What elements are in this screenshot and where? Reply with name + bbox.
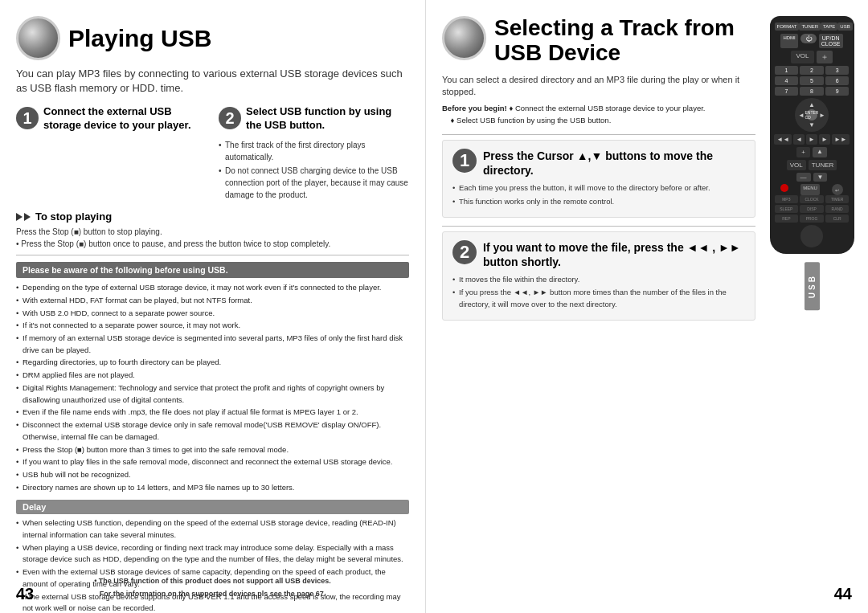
remote-vol-up-btn[interactable]: ＋ xyxy=(817,51,833,63)
warn-item-3: With USB 2.0 HDD, connect to a separate … xyxy=(16,308,409,320)
remote-tuner-btn[interactable]: TUNER xyxy=(799,22,821,31)
footer-note2-text: For the information on the supported dev… xyxy=(100,590,326,598)
remote-btn-6[interactable]: 6 xyxy=(825,76,850,85)
warn-item-9: Even if the file name ends with .mp3, th… xyxy=(16,407,409,419)
remote-btn-8[interactable]: 8 xyxy=(800,87,824,96)
right-step1-number: 1 xyxy=(452,149,477,173)
chevron1-icon xyxy=(16,213,23,221)
dpad-up-icon[interactable]: ▲ xyxy=(809,101,815,108)
dpad-center-btn[interactable]: ENTERCD xyxy=(806,109,817,121)
remote-format-btn[interactable]: FORMAT xyxy=(775,22,800,31)
remote-music-btn[interactable]: + xyxy=(796,147,810,157)
stop-icon xyxy=(16,213,31,221)
remote-power-btn[interactable]: ⏻ xyxy=(800,34,817,43)
remote-extra-row: MENU ↩ xyxy=(775,184,850,195)
before-begin-label: Before you begin! xyxy=(442,104,507,112)
step1-text: Connect the external USB storage device … xyxy=(43,105,207,133)
dpad-right-icon[interactable]: ► xyxy=(819,112,825,119)
delay-item-1: When selecting USB function, depending o… xyxy=(16,517,409,541)
remote-clear-btn[interactable]: CLR xyxy=(825,215,850,223)
remote-arrow-up-btn[interactable]: ▲ xyxy=(813,147,827,157)
stop-playing-box: To stop playing Press the Stop (■) butto… xyxy=(16,210,409,250)
step2-header: 2 Select USB function by using the USB b… xyxy=(219,105,409,133)
remote-play-btn[interactable]: ► xyxy=(806,134,817,145)
right-divider2 xyxy=(442,226,755,227)
remote-vol-row3: — ▼ xyxy=(775,173,850,182)
remote-enter-btn[interactable]: ↩ xyxy=(832,184,843,195)
left-page: Playing USB You can play MP3 files by co… xyxy=(0,0,426,613)
left-subtitle: You can play MP3 files by connecting to … xyxy=(16,67,409,96)
remote-vol-label2: VOL xyxy=(787,160,806,170)
remote-btn-9[interactable]: 9 xyxy=(825,87,850,96)
remote-disp-btn[interactable]: DISP xyxy=(800,205,824,213)
remote-rew-btn[interactable]: ◄ xyxy=(793,134,805,145)
right-divider1 xyxy=(442,134,755,135)
step1-box: 1 Connect the external USB storage devic… xyxy=(16,105,207,202)
remote-btn-4[interactable]: 4 xyxy=(775,76,799,85)
remote-vol-minus-row: + ▲ xyxy=(775,147,850,157)
remote-arrow-down-btn[interactable]: ▼ xyxy=(813,173,828,182)
remote-minus-btn[interactable]: — xyxy=(796,173,811,182)
stop-playing-text: Press the Stop (■) button to stop playin… xyxy=(16,226,409,250)
warn-item-4: If it's not connected to a separate powe… xyxy=(16,320,409,332)
left-page-title: Playing USB xyxy=(68,25,211,51)
remote-speaker-area xyxy=(800,225,823,247)
remote-usb-btn[interactable]: USB xyxy=(837,22,852,31)
warn-item-6: Regarding directories, up to fourth dire… xyxy=(16,357,409,369)
remote-control: FORMAT TUNER TAPE USB HDMI ⏻ UP/DNCLOSE … xyxy=(770,16,854,254)
remote-vol-row2: VOL TUNER xyxy=(775,160,850,170)
remote-btn-3[interactable]: 3 xyxy=(825,66,850,75)
remote-updown-btn[interactable]: UP/DNCLOSE xyxy=(819,34,843,48)
remote-timer-btn[interactable]: TIMER xyxy=(825,195,850,203)
warn-item-11: Press the Stop (■) button more than 3 ti… xyxy=(16,444,409,456)
remote-btn-5[interactable]: 5 xyxy=(800,76,824,85)
remote-hdmi-btn[interactable]: HDMI xyxy=(780,34,797,48)
right-header: Selecting a Track from USB Device xyxy=(442,16,755,66)
warn-item-13: USB hub will not be recognized. xyxy=(16,469,409,481)
remote-btn-2[interactable]: 2 xyxy=(800,66,824,75)
remote-rec-btn[interactable] xyxy=(780,184,788,192)
remote-ff-btn[interactable]: ► xyxy=(819,134,830,145)
remote-repeat-btn[interactable]: REP xyxy=(775,215,799,223)
step2-text: Select USB function by using the USB but… xyxy=(246,105,409,133)
right-subtitle: You can select a desired directory and a… xyxy=(442,74,755,99)
remote-tape-btn[interactable]: TAPE xyxy=(821,22,837,31)
warn-item-1: Depending on the type of external USB st… xyxy=(16,282,409,294)
remote-clock-btn[interactable]: CLOCK xyxy=(800,195,824,203)
dpad-left-icon[interactable]: ◄ xyxy=(798,112,805,119)
remote-btn-7[interactable]: 7 xyxy=(775,87,799,96)
warn-item-8: Digital Rights Management: Technology an… xyxy=(16,382,409,406)
stop-line1: Press the Stop (■) button to stop playin… xyxy=(16,226,409,238)
warn-item-7: DRM applied files are not played. xyxy=(16,370,409,382)
remote-sleep-btn[interactable]: SLEEP xyxy=(775,205,799,213)
remote-btn-1[interactable]: 1 xyxy=(775,66,799,75)
warn-item-2: With external HDD, FAT format can be pla… xyxy=(16,295,409,307)
remote-random-btn[interactable]: RAND xyxy=(825,205,850,213)
footer-note1: • The USB function of this product does … xyxy=(16,576,409,587)
remote-mp3-btn[interactable]: MP3 xyxy=(775,195,799,203)
dpad-down-icon[interactable]: ▼ xyxy=(809,121,815,129)
remote-vol-label: VOL xyxy=(791,51,813,63)
warning-list: Depending on the type of external USB st… xyxy=(16,282,409,493)
footer-note1-text: • The USB function of this product does … xyxy=(94,577,331,585)
right-step2-notes: It moves the file within the directory. … xyxy=(452,274,745,310)
step1-header: 1 Connect the external USB storage devic… xyxy=(16,105,207,133)
step2-box: 2 Select USB function by using the USB b… xyxy=(219,105,409,202)
remote-next-btn[interactable]: ►► xyxy=(832,134,850,145)
remote-prog-btn[interactable]: PROG xyxy=(800,215,824,223)
header-icon-left xyxy=(16,16,60,60)
remote-bottom-area xyxy=(775,225,850,247)
remote-bottom-grid: MP3 CLOCK TIMER SLEEP DISP RAND REP PROG… xyxy=(775,195,850,223)
warning-box: Please be aware of the following before … xyxy=(16,262,409,278)
right-step2-note2: If you press the ◄◄, ►► button more time… xyxy=(452,287,745,310)
remote-column: FORMAT TUNER TAPE USB HDMI ⏻ UP/DNCLOSE … xyxy=(764,16,860,601)
right-page-title: Selecting a Track from USB Device xyxy=(494,16,755,66)
warn-item-10: Disconnect the external USB storage devi… xyxy=(16,419,409,443)
remote-prev-btn[interactable]: ◄◄ xyxy=(774,134,792,145)
remote-tuner-label2: TUNER xyxy=(809,160,837,170)
step2-notes: The first track of the first directory p… xyxy=(219,139,409,202)
right-page: Selecting a Track from USB Device You ca… xyxy=(426,0,868,613)
right-step1-note1: Each time you press the button, it will … xyxy=(452,182,745,194)
remote-menu-btn[interactable]: MENU xyxy=(800,184,820,195)
remote-top-buttons: FORMAT TUNER TAPE USB xyxy=(775,22,850,31)
